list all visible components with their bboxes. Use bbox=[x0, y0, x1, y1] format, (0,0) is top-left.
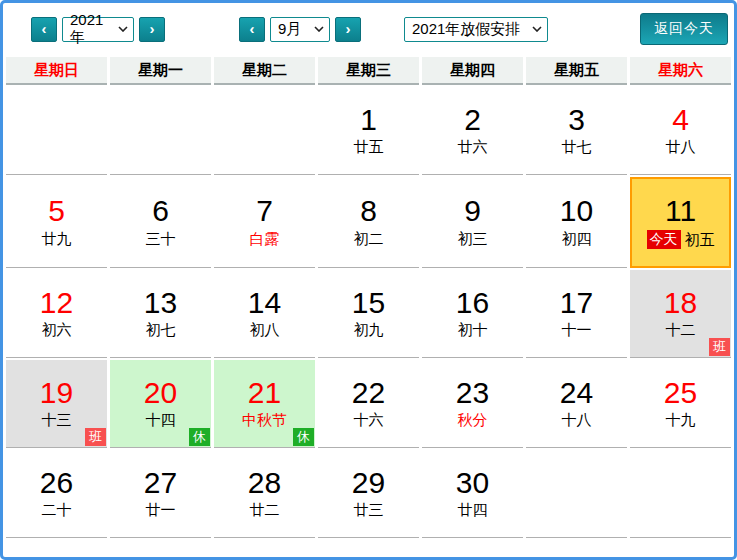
empty-stub-cell bbox=[110, 540, 211, 549]
lunar-label: 十一 bbox=[526, 321, 627, 340]
holiday-select-value: 2021年放假安排 bbox=[412, 20, 520, 39]
calendar-cell[interactable]: 16初十 bbox=[422, 270, 523, 358]
work-badge: 班 bbox=[85, 428, 106, 446]
lunar-label: 廿九 bbox=[6, 230, 107, 249]
holiday-schedule-select[interactable]: 2021年放假安排 bbox=[404, 17, 548, 42]
calendar-week-row: 12初六13初七14初八15初九16初十17十一18十二班 bbox=[6, 270, 731, 358]
lunar-label: 廿四 bbox=[422, 501, 523, 520]
work-badge: 班 bbox=[709, 338, 730, 356]
calendar-cell[interactable]: 17十一 bbox=[526, 270, 627, 358]
calendar-cell[interactable]: 1廿五 bbox=[318, 87, 419, 175]
calendar-cell[interactable]: 5廿九 bbox=[6, 177, 107, 268]
date-number: 9 bbox=[422, 195, 523, 227]
date-number: 15 bbox=[318, 287, 419, 319]
lunar-label: 初九 bbox=[318, 321, 419, 340]
calendar-cell[interactable]: 25十九 bbox=[630, 360, 731, 448]
chevron-left-icon: ‹ bbox=[250, 21, 255, 36]
date-number: 19 bbox=[6, 377, 107, 409]
calendar-cell[interactable]: 2廿六 bbox=[422, 87, 523, 175]
next-year-button[interactable]: › bbox=[139, 17, 165, 42]
calendar-cell[interactable]: 6三十 bbox=[110, 177, 211, 268]
date-number: 30 bbox=[422, 467, 523, 499]
lunar-label: 十九 bbox=[630, 411, 731, 430]
today-badge: 今天 bbox=[647, 230, 681, 250]
calendar-cell[interactable]: 20十四休 bbox=[110, 360, 211, 448]
date-number: 25 bbox=[630, 377, 731, 409]
date-number: 20 bbox=[110, 377, 211, 409]
lunar-label: 廿二 bbox=[214, 501, 315, 520]
weekday-friday: 星期五 bbox=[526, 57, 627, 85]
date-number: 14 bbox=[214, 287, 315, 319]
calendar-table: 星期日 星期一 星期二 星期三 星期四 星期五 星期六 1廿五2廿六3廿七4廿八… bbox=[3, 55, 734, 551]
prev-month-button[interactable]: ‹ bbox=[239, 17, 265, 42]
weekday-tuesday: 星期二 bbox=[214, 57, 315, 85]
date-number: 22 bbox=[318, 377, 419, 409]
calendar-cell[interactable]: 9初三 bbox=[422, 177, 523, 268]
lunar-label: 今天初五 bbox=[632, 230, 729, 250]
calendar-cell[interactable]: 4廿八 bbox=[630, 87, 731, 175]
lunar-label: 白露 bbox=[214, 230, 315, 249]
lunar-label: 廿三 bbox=[318, 501, 419, 520]
month-select-value: 9月 bbox=[278, 20, 301, 39]
calendar-cell[interactable]: 29廿三 bbox=[318, 450, 419, 538]
back-to-today-button[interactable]: 返回今天 bbox=[640, 13, 728, 45]
date-number: 13 bbox=[110, 287, 211, 319]
date-number: 23 bbox=[422, 377, 523, 409]
empty-stub-cell bbox=[318, 540, 419, 549]
lunar-label: 廿八 bbox=[630, 138, 731, 157]
calendar-week-row: 26二十27廿一28廿二29廿三30廿四 bbox=[6, 450, 731, 538]
calendar-cell[interactable]: 26二十 bbox=[6, 450, 107, 538]
calendar-cell[interactable]: 19十三班 bbox=[6, 360, 107, 448]
rest-badge: 休 bbox=[189, 428, 210, 446]
calendar-cell[interactable]: 23秋分 bbox=[422, 360, 523, 448]
weekday-monday: 星期一 bbox=[110, 57, 211, 85]
date-number: 2 bbox=[422, 104, 523, 136]
calendar-cell[interactable]: 22十六 bbox=[318, 360, 419, 448]
calendar-cell[interactable]: 13初七 bbox=[110, 270, 211, 358]
weekday-header-row: 星期日 星期一 星期二 星期三 星期四 星期五 星期六 bbox=[6, 57, 731, 85]
empty-stub-cell bbox=[630, 540, 731, 549]
prev-year-button[interactable]: ‹ bbox=[31, 17, 57, 42]
calendar-week-row: 19十三班20十四休21中秋节休22十六23秋分24十八25十九 bbox=[6, 360, 731, 448]
next-month-button[interactable]: › bbox=[335, 17, 361, 42]
month-nav-group: ‹ 9月 › bbox=[239, 17, 361, 42]
calendar-cell[interactable]: 30廿四 bbox=[422, 450, 523, 538]
calendar-week-row: 5廿九6三十7白露8初二9初三10初四11今天初五 bbox=[6, 177, 731, 268]
lunar-label: 初六 bbox=[6, 321, 107, 340]
calendar-cell[interactable]: 8初二 bbox=[318, 177, 419, 268]
empty-stub-row bbox=[6, 540, 731, 549]
calendar-cell[interactable]: 27廿一 bbox=[110, 450, 211, 538]
date-number: 10 bbox=[526, 195, 627, 227]
lunar-label: 十六 bbox=[318, 411, 419, 430]
calendar-cell[interactable]: 18十二班 bbox=[630, 270, 731, 358]
date-number: 8 bbox=[318, 195, 419, 227]
calendar-cell[interactable]: 3廿七 bbox=[526, 87, 627, 175]
lunar-label: 初八 bbox=[214, 321, 315, 340]
calendar-cell[interactable]: 7白露 bbox=[214, 177, 315, 268]
calendar-cell[interactable]: 15初九 bbox=[318, 270, 419, 358]
date-number: 5 bbox=[6, 195, 107, 227]
lunar-label: 三十 bbox=[110, 230, 211, 249]
calendar-cell[interactable]: 21中秋节休 bbox=[214, 360, 315, 448]
year-select[interactable]: 2021年 bbox=[62, 17, 134, 42]
calendar-cell[interactable]: 24十八 bbox=[526, 360, 627, 448]
date-number: 1 bbox=[318, 104, 419, 136]
date-number: 11 bbox=[632, 195, 729, 227]
calendar-cell[interactable]: 10初四 bbox=[526, 177, 627, 268]
year-select-value: 2021年 bbox=[70, 11, 112, 47]
date-number: 17 bbox=[526, 287, 627, 319]
lunar-label: 十八 bbox=[526, 411, 627, 430]
chevron-right-icon: › bbox=[150, 21, 155, 36]
lunar-label: 初七 bbox=[110, 321, 211, 340]
month-select[interactable]: 9月 bbox=[270, 17, 330, 42]
calendar-cell[interactable]: 14初八 bbox=[214, 270, 315, 358]
year-nav-group: ‹ 2021年 › bbox=[31, 17, 165, 42]
calendar-cell[interactable]: 12初六 bbox=[6, 270, 107, 358]
calendar-widget: ‹ 2021年 › ‹ 9月 › 2021年放假安排 bbox=[0, 0, 737, 560]
lunar-label: 初四 bbox=[526, 230, 627, 249]
calendar-cell-empty bbox=[6, 87, 107, 175]
date-number: 21 bbox=[214, 377, 315, 409]
date-number: 7 bbox=[214, 195, 315, 227]
calendar-cell[interactable]: 28廿二 bbox=[214, 450, 315, 538]
calendar-cell[interactable]: 11今天初五 bbox=[630, 177, 731, 268]
